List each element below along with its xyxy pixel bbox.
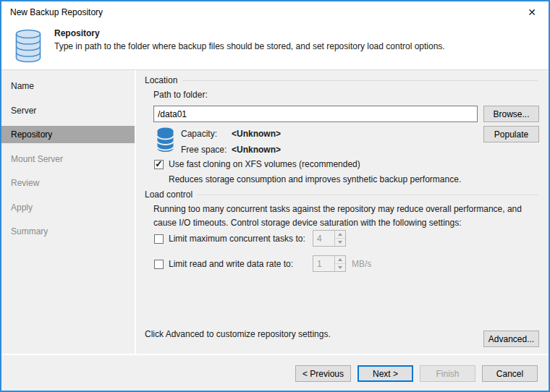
- limit-rate-unit: MB/s: [352, 259, 371, 269]
- limit-tasks-spinner-arrows[interactable]: [334, 231, 345, 246]
- finish-button: Finish: [420, 365, 475, 382]
- limit-tasks-spinner[interactable]: 4: [313, 230, 346, 247]
- location-group-rule: [182, 80, 538, 81]
- previous-button[interactable]: < Previous: [295, 365, 351, 382]
- sidebar-item-repository[interactable]: Repository: [1, 126, 135, 143]
- step-title: Repository: [54, 28, 100, 38]
- footer-divider: [1, 354, 549, 355]
- sidebar-item-name[interactable]: Name: [1, 77, 135, 95]
- limit-tasks-checkbox[interactable]: [154, 234, 164, 244]
- limit-rate-checkbox[interactable]: [154, 260, 164, 269]
- browse-button[interactable]: Browse...: [483, 106, 539, 122]
- sidebar-item-mount-server[interactable]: Mount Server: [1, 150, 135, 168]
- path-label: Path to folder:: [153, 90, 208, 100]
- limit-rate-value: 1: [313, 256, 334, 271]
- sidebar-item-apply[interactable]: Apply: [1, 199, 135, 216]
- limit-rate-spinner-arrows[interactable]: [334, 256, 345, 271]
- header-divider: [1, 69, 549, 70]
- fast-clone-checkbox[interactable]: [154, 160, 164, 169]
- location-group-header: Location: [145, 75, 538, 85]
- database-icon-small: [156, 127, 174, 155]
- populate-button[interactable]: Populate: [483, 126, 539, 142]
- advanced-button[interactable]: Advanced...: [483, 331, 539, 347]
- location-group-label: Location: [145, 75, 177, 85]
- load-control-group-header: Load control: [145, 189, 538, 200]
- titlebar: New Backup Repository ✕: [1, 1, 549, 23]
- load-control-description-line1: Running too many concurrent tasks agains…: [153, 204, 522, 214]
- path-input[interactable]: [153, 106, 478, 122]
- fast-clone-description: Reduces storage consumption and improves…: [169, 174, 461, 184]
- step-description: Type in path to the folder where backup …: [54, 41, 445, 51]
- sidebar-item-summary[interactable]: Summary: [1, 223, 135, 240]
- wizard-steps-sidebar: Name Server Repository Mount Server Revi…: [1, 77, 135, 240]
- load-control-group-rule: [198, 195, 538, 195]
- spinner-down-icon[interactable]: [335, 239, 345, 246]
- database-icon: [14, 29, 42, 65]
- new-backup-repository-dialog: New Backup Repository ✕ Repository Type …: [0, 0, 550, 392]
- limit-tasks-label: Limit maximum concurrent tasks to:: [169, 234, 305, 244]
- advanced-note: Click Advanced to customize repository s…: [145, 329, 331, 339]
- spinner-up-icon[interactable]: [335, 256, 345, 263]
- spinner-up-icon[interactable]: [335, 231, 345, 238]
- wizard-header: Repository Type in path to the folder wh…: [1, 23, 549, 69]
- limit-rate-label: Limit read and write data rate to:: [169, 259, 293, 269]
- free-space-value: <Unknown>: [232, 145, 281, 155]
- window-title: New Backup Repository: [10, 1, 103, 23]
- fast-clone-label: Use fast cloning on XFS volumes (recomme…: [169, 159, 360, 169]
- cancel-button[interactable]: Cancel: [482, 365, 538, 382]
- capacity-label: Capacity:: [181, 129, 217, 139]
- capacity-value: <Unknown>: [232, 129, 281, 139]
- spinner-down-icon[interactable]: [335, 264, 345, 271]
- sidebar-item-server[interactable]: Server: [1, 102, 135, 119]
- load-control-description-line2: cause I/O timeouts. Control storage devi…: [153, 218, 462, 228]
- sidebar-item-review[interactable]: Review: [1, 174, 135, 192]
- limit-rate-spinner[interactable]: 1: [313, 255, 346, 272]
- limit-tasks-value: 4: [313, 231, 334, 246]
- sidebar-divider: [135, 70, 136, 354]
- close-icon[interactable]: ✕: [521, 1, 543, 23]
- free-space-label: Free space:: [181, 145, 227, 155]
- load-control-group-label: Load control: [145, 189, 192, 200]
- next-button[interactable]: Next >: [358, 365, 413, 382]
